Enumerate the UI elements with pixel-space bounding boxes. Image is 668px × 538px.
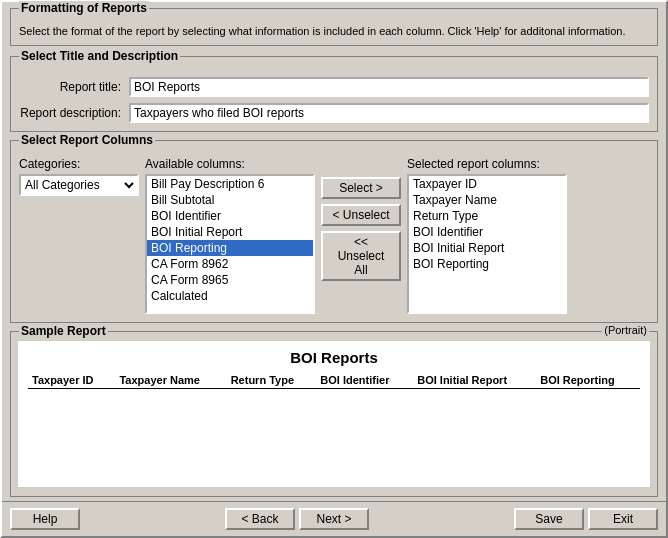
sample-table-header-cell: Return Type: [227, 372, 317, 389]
footer-left: Help: [10, 508, 80, 530]
list-item[interactable]: Bill Subtotal: [147, 192, 313, 208]
list-item[interactable]: Bill Pay Description 6: [147, 176, 313, 192]
list-item[interactable]: BOI Initial Report: [409, 240, 565, 256]
unselect-all-button[interactable]: << Unselect All: [321, 231, 401, 281]
formatting-desc: Select the format of the report by selec…: [19, 25, 649, 37]
categories-label: Categories:: [19, 157, 139, 171]
available-panel: Available columns: Bill Pay Description …: [145, 157, 315, 314]
available-label: Available columns:: [145, 157, 315, 171]
sample-inner: BOI Reports Taxpayer IDTaxpayer NameRetu…: [17, 340, 651, 488]
footer-bar: Help < Back Next > Save Exit: [2, 501, 666, 536]
list-item[interactable]: BOI Identifier: [409, 224, 565, 240]
next-button[interactable]: Next >: [299, 508, 369, 530]
selected-label: Selected report columns:: [407, 157, 649, 171]
selected-panel: Selected report columns: Taxpayer IDTaxp…: [407, 157, 649, 314]
list-item[interactable]: BOI Reporting: [409, 256, 565, 272]
selected-list[interactable]: Taxpayer IDTaxpayer NameReturn TypeBOI I…: [407, 174, 567, 314]
available-list[interactable]: Bill Pay Description 6Bill SubtotalBOI I…: [145, 174, 315, 314]
report-title-label: Report title:: [19, 80, 129, 94]
list-item[interactable]: Taxpayer Name: [409, 192, 565, 208]
columns-section: Select Report Columns Categories: All Ca…: [10, 140, 658, 323]
footer-center: < Back Next >: [225, 508, 369, 530]
sample-table-header-cell: Taxpayer Name: [115, 372, 226, 389]
report-desc-row: Report description:: [19, 103, 649, 123]
report-title-row: Report title:: [19, 77, 649, 97]
list-item[interactable]: CA Form 8962: [147, 256, 313, 272]
unselect-button[interactable]: < Unselect: [321, 204, 401, 226]
columns-section-label: Select Report Columns: [19, 133, 155, 147]
report-desc-label: Report description:: [19, 106, 129, 120]
footer-right: Save Exit: [514, 508, 658, 530]
formatting-section: Formatting of Reports Select the format …: [10, 8, 658, 46]
sample-report-title: BOI Reports: [28, 349, 640, 366]
title-section-label: Select Title and Description: [19, 49, 180, 63]
list-item[interactable]: BOI Initial Report: [147, 224, 313, 240]
list-item[interactable]: Return Type: [409, 208, 565, 224]
main-window: Formatting of Reports Select the format …: [0, 0, 668, 538]
save-button[interactable]: Save: [514, 508, 584, 530]
list-item[interactable]: Taxpayer ID: [409, 176, 565, 192]
sample-table: Taxpayer IDTaxpayer NameReturn TypeBOI I…: [28, 372, 640, 389]
report-title-input[interactable]: [129, 77, 649, 97]
categories-panel: Categories: All Categories: [19, 157, 139, 314]
portrait-label: (Portrait): [602, 324, 649, 336]
list-item[interactable]: Calculated: [147, 288, 313, 304]
sample-table-header-cell: Taxpayer ID: [28, 372, 115, 389]
title-section: Select Title and Description Report titl…: [10, 56, 658, 132]
help-button[interactable]: Help: [10, 508, 80, 530]
sample-section-label: Sample Report: [19, 324, 108, 338]
list-item[interactable]: BOI Reporting: [147, 240, 313, 256]
action-buttons-panel: Select > < Unselect << Unselect All: [321, 157, 401, 314]
report-desc-input[interactable]: [129, 103, 649, 123]
exit-button[interactable]: Exit: [588, 508, 658, 530]
columns-layout: Categories: All Categories Available col…: [19, 157, 649, 314]
sample-section: Sample Report (Portrait) BOI Reports Tax…: [10, 331, 658, 497]
list-item[interactable]: CA Form 8965: [147, 272, 313, 288]
formatting-title: Formatting of Reports: [19, 1, 149, 15]
sample-table-header-cell: BOI Identifier: [316, 372, 413, 389]
select-button[interactable]: Select >: [321, 177, 401, 199]
list-item[interactable]: BOI Identifier: [147, 208, 313, 224]
sample-table-header-cell: BOI Initial Report: [413, 372, 536, 389]
back-button[interactable]: < Back: [225, 508, 295, 530]
categories-select[interactable]: All Categories: [19, 174, 139, 196]
sample-table-header-cell: BOI Reporting: [536, 372, 640, 389]
